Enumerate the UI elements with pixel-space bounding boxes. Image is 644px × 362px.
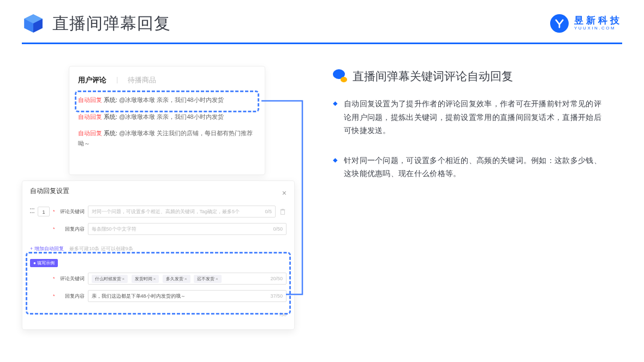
required-star: * [53, 276, 55, 281]
brand-logo-icon [550, 14, 569, 33]
example-content-label: 回复内容 [58, 293, 85, 300]
comment-text: @冰墩墩本墩 亲亲，我们48小时内发货 [119, 113, 223, 120]
tag-chip[interactable]: 什么时候发货× [92, 275, 128, 283]
tag-chip[interactable]: 发货时间× [132, 275, 159, 283]
tab-user-comments[interactable]: 用户评论 [78, 75, 106, 85]
example-keyword-input[interactable]: 什么时候发货× 发货时间× 多久发货× 迟不发货× 20/50 [88, 273, 287, 285]
required-star: * [53, 293, 55, 299]
content-row: * 回复内容 每条限50个中文字符 0/50 [30, 223, 287, 235]
modal-title: 自动回复设置 [30, 185, 69, 200]
add-hint: 最多可建10条 还可以创建9条 [69, 246, 133, 251]
system-tag: 系统: [104, 96, 117, 103]
tag-chip[interactable]: 多久发货× [163, 275, 190, 283]
trash-icon[interactable] [279, 208, 287, 215]
auto-reply-tag: 自动回复 [78, 96, 102, 103]
example-keyword-row: * 评论关键词 什么时候发货× 发货时间× 多久发货× 迟不发货× 20/50 [30, 273, 287, 285]
system-tag: 系统: [104, 130, 117, 136]
section-title: 直播间弹幕关键词评论自动回复 [353, 69, 513, 84]
chat-bubble-icon [333, 69, 347, 83]
keyword-placeholder: 对同一个问题，可设置多个相近、高频的关键词，Tag确定，最多5个 [92, 208, 240, 215]
required-star: * [53, 209, 55, 214]
brand-name-cn: 昱新科技 [574, 16, 622, 26]
comment-item: 自动回复 系统: @冰墩墩本墩 亲亲，我们48小时内发货 [78, 108, 256, 125]
settings-modal: 自动回复设置 × 1 * 评论关键词 对同一个问题，可设置多个相近、高频的关键词… [22, 180, 295, 330]
example-content-input[interactable]: 亲，我们这边都是下单48小时内发货的哦～ 37/50 [88, 290, 287, 302]
close-icon[interactable]: × [282, 189, 287, 197]
svg-rect-3 [281, 210, 285, 214]
footer-counter: /50 [279, 312, 287, 317]
keyword-input[interactable]: 对同一个问题，可设置多个相近、高频的关键词，Tag确定，最多5个 0/5 [88, 206, 276, 218]
comment-item: 自动回复 系统: @冰墩墩本墩 亲亲，我们48小时内发货 [78, 92, 256, 108]
example-badge: ● 填写示例 [30, 259, 58, 267]
drag-handle-icon[interactable] [30, 208, 34, 215]
description-column: 直播间弹幕关键词评论自动回复 自动回复设置为了提升作者的评论回复效率，作者可在开… [333, 66, 622, 330]
order-number: 1 [38, 207, 50, 216]
page-title: 直播间弹幕回复 [52, 13, 171, 35]
keyword-label: 评论关键词 [58, 208, 85, 215]
example-content-row: * 回复内容 亲，我们这边都是下单48小时内发货的哦～ 37/50 [30, 290, 287, 302]
bullet-item: 针对同一个问题，可设置多个相近的、高频的关键词。例如：这款多少钱、这块能优惠吗、… [333, 154, 606, 180]
auto-reply-tag: 自动回复 [78, 113, 102, 120]
comments-panel: 用户评论 | 待播商品 自动回复 系统: @冰墩墩本墩 亲亲，我们48小时内发货… [69, 66, 265, 175]
content-input[interactable]: 每条限50个中文字符 0/50 [88, 223, 287, 235]
example-content-value: 亲，我们这边都是下单48小时内发货的哦～ [92, 293, 186, 300]
brand-name-en: YUUXIN.COM [574, 26, 622, 31]
content-placeholder: 每条限50个中文字符 [92, 226, 136, 233]
auto-reply-tag: 自动回复 [78, 130, 102, 136]
screenshot-column: 用户评论 | 待播商品 自动回复 系统: @冰墩墩本墩 亲亲，我们48小时内发货… [22, 66, 306, 330]
required-star: * [53, 226, 55, 232]
tab-pending-goods[interactable]: 待播商品 [128, 75, 156, 85]
slide-header: 直播间弹幕回复 昱新科技 YUUXIN.COM [0, 0, 644, 35]
example-keyword-label: 评论关键词 [58, 275, 85, 282]
content-counter: 0/50 [273, 226, 283, 232]
comment-text: @冰墩墩本墩 亲亲，我们48小时内发货 [119, 96, 223, 103]
bullet-item: 自动回复设置为了提升作者的评论回复效率，作者可在开播前针对常见的评论用户问题，提… [333, 97, 606, 137]
example-kw-counter: 20/50 [270, 276, 283, 281]
keyword-row: 1 * 评论关键词 对同一个问题，可设置多个相近、高频的关键词，Tag确定，最多… [30, 206, 287, 218]
comment-item: 自动回复 系统: @冰墩墩本墩 关注我们的店铺，每日都有热门推荐呦～ [78, 125, 256, 152]
keyword-counter: 0/5 [265, 209, 272, 214]
tab-separator: | [116, 75, 118, 85]
system-tag: 系统: [104, 113, 117, 120]
example-content-counter: 37/50 [270, 293, 283, 299]
add-auto-reply-link[interactable]: + 增加自动回复 [30, 246, 64, 251]
tag-chip[interactable]: 迟不发货× [194, 275, 222, 283]
cube-icon [22, 12, 45, 35]
content-label: 回复内容 [58, 226, 85, 233]
